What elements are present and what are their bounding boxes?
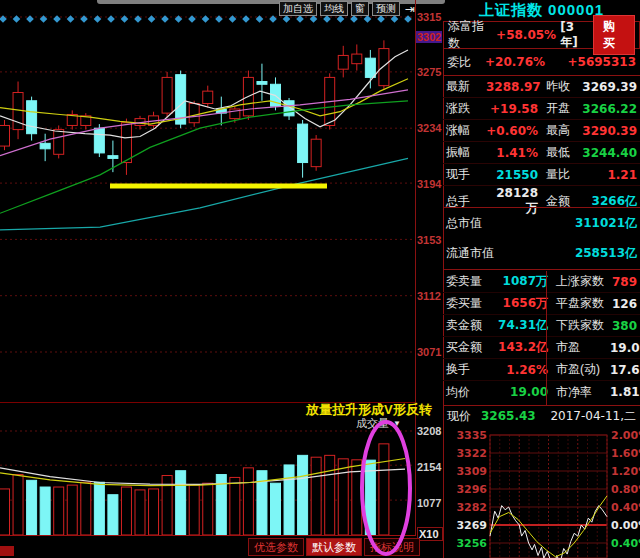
- field-value: 380: [610, 319, 637, 333]
- window-button[interactable]: 窗: [351, 1, 369, 16]
- current-price-value: 3265.43: [481, 409, 536, 423]
- field-label: 现手: [446, 166, 486, 183]
- mini-right-axis-label: 0.40%: [611, 501, 640, 514]
- column-divider: [546, 271, 547, 405]
- field-value: 1.81: [610, 385, 640, 399]
- field-label: 委卖量: [446, 273, 496, 290]
- quote-row: 涨幅 +0.60% 最高 3290.39: [443, 120, 640, 142]
- field-value: 258513亿: [575, 245, 637, 262]
- volume-axis-label: X10: [417, 527, 443, 541]
- price-axis-line: [415, 0, 416, 536]
- field-label: 买金额: [446, 339, 496, 356]
- field-label: 换手: [446, 361, 496, 378]
- field-value: 311021亿: [575, 215, 637, 232]
- stat-row: 买金额 143.2亿 市盈 19.01: [443, 337, 640, 359]
- field-value: 17.62: [610, 363, 640, 377]
- stat-row: 卖金额 74.31亿 下跌家数 380: [443, 315, 640, 337]
- field-value: 143.2亿: [496, 339, 548, 356]
- quote-panel: 上证指数 000001 添富指数 +58.05% [3年] 购买 委比 +20.…: [443, 0, 640, 558]
- fund-return: +58.05%: [496, 28, 556, 42]
- field-value: +19.58: [486, 102, 538, 116]
- mini-right-axis-label: 1.20%: [611, 465, 640, 478]
- indicator-label: 成交量: [356, 416, 389, 431]
- stat-row: 换手 1.26% 市盈(动) 17.62: [443, 359, 640, 381]
- weicha-value: +5695313: [567, 55, 636, 69]
- field-label: 振幅: [446, 144, 486, 161]
- indicator-selector[interactable]: 成交量 ▼: [356, 416, 401, 431]
- field-label: 委买量: [446, 295, 496, 312]
- field-value: 1656万: [496, 295, 548, 312]
- forecast-button[interactable]: 预测: [372, 1, 400, 16]
- mini-left-axis-label: 3309: [456, 465, 487, 478]
- field-label: 流通市值: [446, 245, 494, 262]
- mini-left-axis-label: 3256: [456, 537, 487, 550]
- chart-toolbar: 加自选 均线 窗 预测 ⇥: [279, 1, 417, 16]
- field-value: 19.01: [610, 341, 640, 355]
- field-label: 市净率: [548, 384, 610, 401]
- stat-row: 均价 19.00 市净率 1.81: [443, 381, 640, 403]
- field-label: 涨幅: [446, 122, 486, 139]
- last-price-tag: 3302: [416, 31, 442, 43]
- quote-row: 振幅 1.41% 最低 3244.40: [443, 142, 640, 164]
- field-value: 74.31亿: [496, 317, 548, 334]
- tab-default-params[interactable]: 默认参数: [306, 538, 362, 556]
- dropdown-arrow-icon: ▼: [393, 419, 401, 428]
- price-axis-label: 3071: [417, 346, 443, 358]
- volume-baseline: [0, 535, 416, 536]
- fund-label: 添富指数: [448, 18, 492, 52]
- stat-row: 委卖量 1087万 上涨家数 789: [443, 271, 640, 293]
- mini-left-axis-label: 3335: [456, 429, 487, 442]
- mini-right-axis-label: 2.00%: [611, 429, 640, 442]
- trading-app-window: { "colors": { "up_red": "#d42222", "down…: [0, 0, 640, 558]
- field-value: 3290.39: [580, 124, 637, 138]
- weibi-row: 委比 +20.76% +5695313: [443, 49, 640, 76]
- ma-settings-button[interactable]: 均线: [320, 1, 348, 16]
- tab-preferred-params[interactable]: 优选参数: [248, 538, 304, 556]
- volume-axis-label: 3208: [417, 425, 443, 437]
- float-cap-row: 流通市值 258513亿: [443, 239, 640, 268]
- tab-indicator-help[interactable]: 指标说明: [364, 538, 420, 556]
- mini-left-axis-label: 3322: [456, 447, 487, 460]
- price-axis-label: 3194: [417, 178, 443, 190]
- mini-left-axis-label: 3282: [456, 501, 487, 514]
- section-divider: [443, 207, 640, 208]
- field-label: 开盘: [538, 100, 580, 117]
- field-label: 最低: [538, 144, 580, 161]
- field-label: 最高: [538, 122, 580, 139]
- section-divider: [443, 269, 640, 270]
- current-price-row: 现价 3265.43 2017-04-11,二: [443, 407, 640, 425]
- field-value: 21550: [486, 168, 538, 182]
- field-value: 1.26%: [496, 363, 548, 377]
- scroll-corner-fragment: [0, 546, 14, 556]
- stat-row: 委买量 1656万 平盘家数 126: [443, 293, 640, 315]
- field-value: 1.21: [580, 168, 637, 182]
- field-value: 3288.97: [486, 80, 538, 94]
- field-value: 789: [610, 275, 637, 289]
- field-label: 最新: [446, 78, 486, 95]
- volume-chart[interactable]: [0, 402, 415, 535]
- field-label: 均价: [446, 384, 496, 401]
- field-label: 现价: [447, 408, 471, 425]
- field-label: 涨跌: [446, 100, 486, 117]
- field-value: 3266.22: [580, 102, 637, 116]
- candlestick-chart[interactable]: [0, 0, 415, 402]
- field-label: 下跌家数: [548, 317, 610, 334]
- volume-axis-label: 2154: [417, 461, 443, 473]
- field-label: 平盘家数: [548, 295, 610, 312]
- date-label: 2017-04-11,二: [550, 408, 636, 425]
- price-axis-label: 3315: [417, 11, 443, 23]
- field-value: 19.00: [496, 385, 548, 399]
- field-value: +0.60%: [486, 124, 538, 138]
- price-axis-label: 3275: [417, 66, 443, 78]
- fund-period: [3年]: [560, 20, 589, 51]
- add-watchlist-button[interactable]: 加自选: [279, 1, 317, 16]
- price-axis-label: 3234: [417, 122, 443, 134]
- field-label: 市盈: [548, 339, 610, 356]
- weibi-value: +20.76%: [485, 55, 545, 69]
- field-label: 总市值: [446, 215, 482, 232]
- intraday-mini-chart[interactable]: 33352.00%33221.60%33091.20%32960.80%3282…: [443, 425, 640, 558]
- section-divider: [443, 405, 640, 406]
- mini-left-axis-label: 3296: [456, 483, 487, 496]
- field-value: 1087万: [496, 273, 548, 290]
- field-label: 卖金额: [446, 317, 496, 334]
